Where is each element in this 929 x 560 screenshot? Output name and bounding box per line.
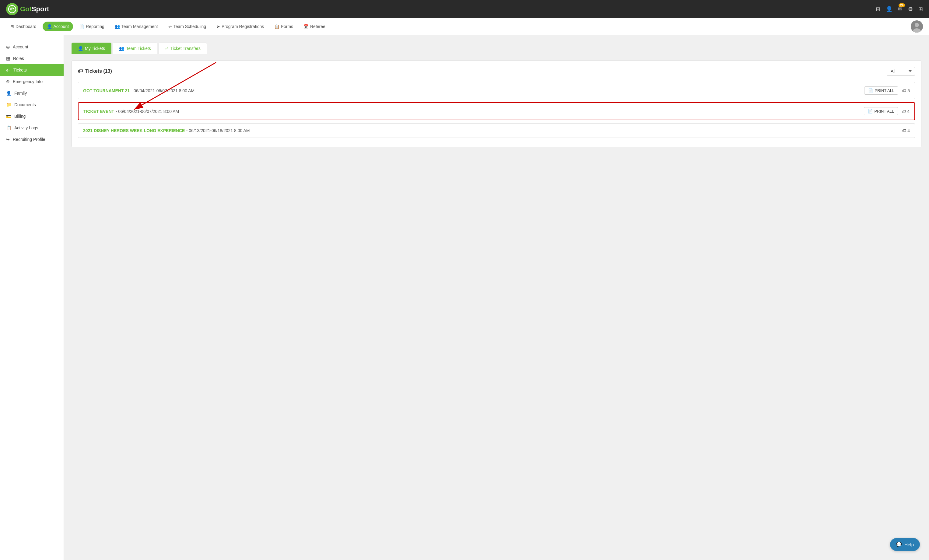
logo-icon (6, 3, 18, 15)
ticket-transfers-label: Ticket Transfers (170, 46, 201, 51)
sidebar: ◎ Account ▦ Roles 🏷 Tickets ⊕ Emergency … (0, 35, 64, 560)
svg-point-0 (9, 6, 16, 13)
ticket-date-2: - 06/04/2021-06/07/2021 8:00 AM (116, 109, 179, 114)
tab-bar: 👤 My Tickets 👥 Team Tickets ⇌ Ticket Tra… (72, 43, 921, 54)
main-layout: ◎ Account ▦ Roles 🏷 Tickets ⊕ Emergency … (0, 35, 929, 560)
count-value-3: 4 (908, 128, 910, 133)
content-area: 👤 My Tickets 👥 Team Tickets ⇌ Ticket Tra… (64, 35, 929, 560)
activity-icon: 📋 (6, 125, 11, 130)
nav-reporting[interactable]: 📄 Reporting (75, 21, 109, 31)
top-bar-icons: ⊞ 👤 ✉ 24 ⚙ ⊞ (876, 6, 923, 12)
sidebar-item-billing[interactable]: 💳 Billing (0, 110, 64, 122)
nav-forms[interactable]: 📋 Forms (270, 21, 297, 31)
user-icon[interactable]: 👤 (886, 6, 892, 12)
sidebar-item-family[interactable]: 👤 Family (0, 87, 64, 99)
grid-icon[interactable]: ⊞ (876, 6, 880, 12)
count-icon-3: 🏷 (902, 128, 906, 133)
tickets-header: 🏷 Tickets (13) All Active Inactive (78, 67, 915, 76)
team-scheduling-icon: ⇌ (168, 24, 172, 29)
sidebar-item-account[interactable]: ◎ Account (0, 41, 64, 53)
nav-account[interactable]: 👤 Account (43, 21, 74, 31)
ticket-right-2: 📄 PRINT ALL 🏷 4 (864, 107, 909, 115)
nav-dashboard[interactable]: ⊞ Dashboard (6, 21, 41, 31)
ticket-transfers-icon: ⇌ (165, 46, 169, 51)
my-tickets-icon: 👤 (78, 46, 83, 51)
sidebar-item-recruiting[interactable]: ↪ Recruiting Profile (0, 134, 64, 145)
logo: GotSport (6, 3, 49, 15)
ticket-row-left-2: TICKET EVENT - 06/04/2021-06/07/2021 8:0… (83, 109, 179, 114)
account-icon: 👤 (47, 24, 52, 29)
ticket-date-1: - 06/04/2021-06/07/2021 8:00 AM (131, 88, 195, 93)
ticket-row-highlighted: TICKET EVENT - 06/04/2021-06/07/2021 8:0… (78, 102, 915, 120)
print-label-1: PRINT ALL (874, 88, 894, 93)
secondary-nav: ⊞ Dashboard 👤 Account 📄 Reporting 👥 Team… (0, 18, 929, 35)
sidebar-documents-label: Documents (14, 102, 36, 107)
ticket-count-3: 🏷 4 (902, 128, 910, 133)
sidebar-item-tickets[interactable]: 🏷 Tickets (0, 64, 64, 76)
nav-referee-label: Referee (310, 24, 325, 29)
settings-icon[interactable]: ⚙ (908, 6, 913, 12)
count-icon-1: 🏷 (902, 88, 906, 93)
print-icon-2: 📄 (868, 109, 873, 113)
help-button[interactable]: 💬 Help (890, 538, 920, 551)
mail-badge: 24 (898, 3, 905, 7)
count-icon-2: 🏷 (901, 109, 906, 114)
my-tickets-label: My Tickets (85, 46, 105, 51)
ticket-name-3[interactable]: 2021 DISNEY HEROES WEEK LONG EXPERIENCE (83, 128, 185, 133)
svg-point-1 (10, 9, 12, 10)
nav-reporting-label: Reporting (86, 24, 104, 29)
sidebar-tickets-label: Tickets (14, 67, 27, 72)
help-label: Help (904, 542, 914, 547)
top-bar: GotSport ⊞ 👤 ✉ 24 ⚙ ⊞ (0, 0, 929, 18)
tickets-filter-select[interactable]: All Active Inactive (887, 67, 915, 76)
sidebar-account-label: Account (13, 44, 28, 49)
recruiting-icon: ↪ (6, 137, 10, 142)
tickets-tag-icon: 🏷 (78, 69, 83, 74)
ticket-count-2: 🏷 4 (901, 109, 909, 114)
nav-team-scheduling[interactable]: ⇌ Team Scheduling (164, 21, 210, 31)
sidebar-item-emergency-info[interactable]: ⊕ Emergency Info (0, 76, 64, 87)
nav-forms-label: Forms (281, 24, 293, 29)
sidebar-item-roles[interactable]: ▦ Roles (0, 53, 64, 64)
tickets-count-label: Tickets (13) (85, 69, 112, 74)
print-all-btn-2[interactable]: 📄 PRINT ALL (864, 107, 898, 115)
roles-icon: ▦ (6, 56, 10, 61)
team-management-icon: 👥 (115, 24, 120, 29)
ticket-name-2[interactable]: TICKET EVENT (83, 109, 114, 114)
sidebar-item-documents[interactable]: 📁 Documents (0, 99, 64, 110)
sidebar-roles-label: Roles (13, 56, 24, 61)
nav-program-registrations[interactable]: ➤ Program Registrations (212, 21, 268, 31)
mail-icon[interactable]: ✉ 24 (898, 6, 903, 12)
sidebar-item-activity-logs[interactable]: 📋 Activity Logs (0, 122, 64, 134)
user-avatar[interactable] (911, 20, 923, 32)
nav-account-label: Account (54, 24, 69, 29)
tab-team-tickets[interactable]: 👥 Team Tickets (113, 43, 157, 54)
ticket-row-3: 2021 DISNEY HEROES WEEK LONG EXPERIENCE … (78, 123, 915, 138)
ticket-right-1: 📄 PRINT ALL 🏷 5 (864, 86, 910, 95)
program-reg-icon: ➤ (216, 24, 220, 29)
reporting-icon: 📄 (79, 24, 84, 29)
sidebar-activity-label: Activity Logs (14, 125, 38, 130)
nav-referee[interactable]: 📅 Referee (299, 21, 330, 31)
nav-team-scheduling-label: Team Scheduling (173, 24, 206, 29)
nav-team-management[interactable]: 👥 Team Management (110, 21, 162, 31)
apps-icon[interactable]: ⊞ (918, 6, 923, 12)
tickets-panel: 🏷 Tickets (13) All Active Inactive GOT T… (72, 60, 921, 147)
forms-icon: 📋 (274, 24, 279, 29)
print-all-btn-1[interactable]: 📄 PRINT ALL (864, 86, 898, 95)
print-icon-1: 📄 (868, 88, 873, 93)
team-tickets-label: Team Tickets (126, 46, 151, 51)
tab-my-tickets[interactable]: 👤 My Tickets (72, 43, 111, 54)
ticket-row-left-3: 2021 DISNEY HEROES WEEK LONG EXPERIENCE … (83, 128, 250, 133)
ticket-name-1[interactable]: GOT TOURNAMENT 21 (83, 88, 130, 93)
ticket-row: GOT TOURNAMENT 21 - 06/04/2021-06/07/202… (78, 82, 915, 99)
team-tickets-icon: 👥 (119, 46, 124, 51)
sidebar-family-label: Family (14, 91, 27, 96)
nav-team-management-label: Team Management (121, 24, 158, 29)
count-value-2: 4 (907, 109, 909, 114)
referee-icon: 📅 (304, 24, 309, 29)
tab-ticket-transfers[interactable]: ⇌ Ticket Transfers (159, 43, 207, 54)
help-icon: 💬 (896, 542, 902, 547)
count-value-1: 5 (908, 88, 910, 93)
ticket-date-3: - 06/13/2021-06/18/2021 8:00 AM (186, 128, 250, 133)
